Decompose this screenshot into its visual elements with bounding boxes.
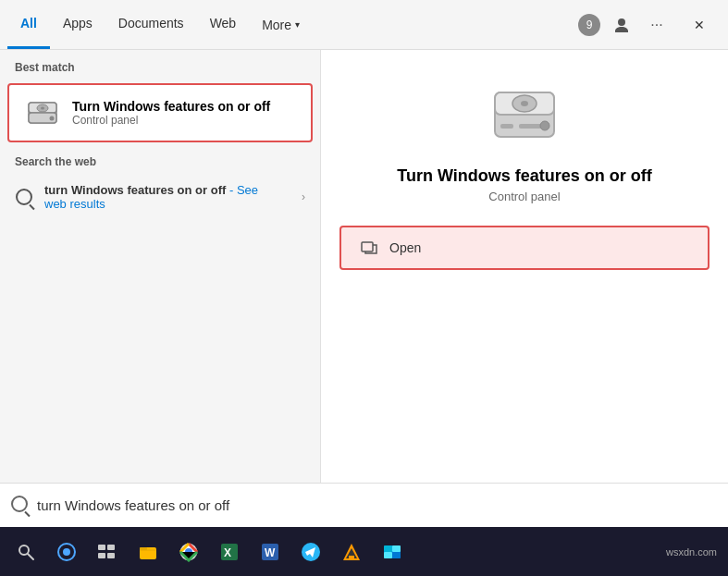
best-match-title: Turn Windows features on or off bbox=[72, 99, 270, 114]
svg-rect-22 bbox=[98, 553, 105, 558]
open-label: Open bbox=[389, 240, 421, 255]
notification-badge[interactable]: 9 bbox=[578, 14, 600, 36]
search-bar bbox=[0, 483, 728, 527]
ellipsis-icon[interactable]: ··· bbox=[643, 11, 671, 39]
web-search-text: turn Windows features on or off - Seeweb… bbox=[44, 183, 290, 211]
search-bar-icon bbox=[11, 496, 28, 516]
wsxdn-label: wsxdn.com bbox=[666, 546, 721, 558]
svg-point-19 bbox=[63, 548, 70, 556]
svg-point-11 bbox=[521, 101, 528, 106]
detail-title: Turn Windows features on or off bbox=[397, 166, 652, 186]
taskbar-right: wsxdn.com bbox=[666, 546, 721, 558]
search-web-icon bbox=[15, 188, 33, 206]
open-button[interactable]: Open bbox=[339, 226, 709, 270]
svg-rect-40 bbox=[392, 552, 401, 558]
explorer-icon bbox=[137, 541, 159, 563]
svg-line-17 bbox=[28, 554, 33, 559]
best-match-text: Turn Windows features on or off Control … bbox=[72, 99, 270, 127]
detail-subtitle: Control panel bbox=[488, 190, 560, 203]
svg-rect-12 bbox=[500, 124, 513, 129]
taskbar-photos-btn[interactable] bbox=[374, 533, 411, 570]
svg-rect-37 bbox=[384, 545, 392, 552]
detail-hdd-icon bbox=[487, 78, 561, 152]
taskbar-cortana-btn[interactable] bbox=[48, 533, 85, 570]
taskbar: X W bbox=[0, 527, 728, 576]
more-chevron-icon: ▾ bbox=[295, 19, 300, 30]
best-match-item[interactable]: Turn Windows features on or off Control … bbox=[7, 83, 313, 142]
hdd-icon bbox=[24, 94, 61, 131]
tab-more[interactable]: More ▾ bbox=[249, 0, 313, 49]
tab-apps[interactable]: Apps bbox=[50, 0, 105, 49]
svg-text:X: X bbox=[224, 546, 231, 559]
taskbar-taskview-btn[interactable] bbox=[89, 533, 126, 570]
svg-rect-20 bbox=[98, 545, 105, 550]
excel-icon: X bbox=[218, 541, 241, 563]
svg-point-7 bbox=[50, 116, 55, 121]
tab-documents[interactable]: Documents bbox=[105, 0, 197, 49]
tab-all[interactable]: All bbox=[7, 0, 50, 49]
taskbar-search-btn[interactable] bbox=[7, 533, 44, 570]
svg-point-14 bbox=[540, 121, 549, 130]
taskbar-search-icon bbox=[15, 541, 37, 563]
svg-rect-23 bbox=[107, 553, 115, 558]
tab-web[interactable]: Web bbox=[197, 0, 250, 49]
taskview-icon bbox=[96, 541, 118, 563]
taskbar-vlc-btn[interactable] bbox=[333, 533, 370, 570]
svg-text:W: W bbox=[265, 546, 276, 559]
svg-rect-39 bbox=[384, 552, 392, 558]
web-search-chevron-icon: › bbox=[302, 190, 305, 203]
web-search-item[interactable]: turn Windows features on or off - Seeweb… bbox=[0, 174, 320, 220]
taskbar-chrome-btn[interactable] bbox=[170, 533, 207, 570]
nav-right: 9 ··· ✕ bbox=[578, 0, 721, 50]
search-input[interactable] bbox=[37, 497, 717, 513]
nav-tabs: All Apps Documents Web More ▾ 9 ··· ✕ bbox=[0, 0, 728, 50]
cortana-icon bbox=[56, 541, 78, 563]
taskbar-telegram-btn[interactable] bbox=[292, 533, 329, 570]
svg-rect-21 bbox=[107, 545, 115, 550]
vlc-icon bbox=[340, 541, 363, 563]
svg-point-3 bbox=[41, 107, 44, 110]
photos-icon bbox=[381, 541, 403, 563]
telegram-icon bbox=[300, 541, 322, 563]
person-icon[interactable] bbox=[608, 11, 635, 39]
best-match-label: Best match bbox=[0, 50, 320, 80]
svg-rect-38 bbox=[392, 545, 401, 552]
taskbar-explorer-btn[interactable] bbox=[130, 533, 167, 570]
taskbar-excel-btn[interactable]: X bbox=[211, 533, 248, 570]
taskbar-word-btn[interactable]: W bbox=[252, 533, 289, 570]
svg-rect-15 bbox=[362, 242, 373, 251]
open-icon bbox=[360, 239, 378, 257]
svg-rect-13 bbox=[519, 124, 543, 129]
best-match-subtitle: Control panel bbox=[72, 114, 270, 127]
chrome-icon bbox=[178, 541, 200, 563]
close-button[interactable]: ✕ bbox=[678, 0, 721, 50]
search-web-label: Search the web bbox=[0, 146, 320, 174]
svg-rect-35 bbox=[349, 556, 354, 558]
word-icon: W bbox=[259, 541, 281, 563]
